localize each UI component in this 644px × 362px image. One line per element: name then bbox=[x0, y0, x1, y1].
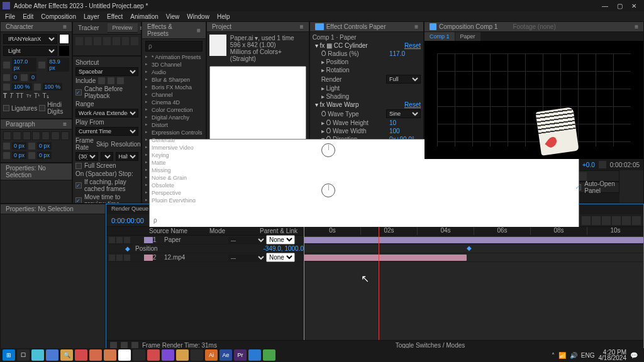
allcaps-button[interactable]: TT bbox=[16, 92, 23, 99]
exposure-value[interactable]: +0.0 bbox=[582, 162, 595, 168]
menu-layer[interactable]: Layer bbox=[84, 13, 99, 20]
stroke-swatch[interactable] bbox=[59, 46, 69, 56]
phase-dial[interactable] bbox=[321, 184, 335, 197]
project-tab[interactable]: Project bbox=[212, 23, 231, 30]
ww-reset[interactable]: Reset bbox=[404, 101, 421, 108]
wavewarp-fx[interactable]: Wave Warp bbox=[326, 101, 359, 108]
space-before-input[interactable]: 0 px bbox=[12, 151, 26, 159]
fx-category[interactable]: Blur & Sharpen bbox=[145, 76, 203, 84]
tray-chevron[interactable]: ˄ bbox=[552, 352, 555, 359]
indent-first-input[interactable]: 0 px bbox=[37, 142, 52, 150]
menu-animation[interactable]: Animation bbox=[130, 13, 158, 20]
kerning-input[interactable]: 0 bbox=[12, 74, 19, 81]
paragraph-tab[interactable]: Paragraph bbox=[6, 121, 35, 128]
ruler-tick[interactable]: 08s bbox=[530, 227, 587, 235]
minimize-button[interactable]: — bbox=[602, 3, 608, 9]
layer-color[interactable] bbox=[144, 237, 153, 243]
include-icon-3[interactable] bbox=[117, 77, 124, 84]
prev-frame-button[interactable] bbox=[85, 37, 92, 45]
fullscreen-checkbox[interactable] bbox=[75, 163, 82, 169]
ruler-tick[interactable]: 0s bbox=[304, 227, 360, 235]
rotation-label[interactable]: Rotation bbox=[326, 67, 349, 74]
ruler-tick[interactable]: 06s bbox=[474, 227, 530, 235]
font-family-select[interactable]: IRANYekanX bbox=[3, 34, 57, 44]
fx-category[interactable]: Distort bbox=[145, 121, 203, 129]
fx-category[interactable]: Plugin Everything bbox=[145, 197, 203, 202]
fx-category[interactable]: Keying bbox=[145, 151, 203, 159]
space-after-input[interactable]: 0 px bbox=[37, 151, 52, 159]
col-mode[interactable]: Mode bbox=[209, 228, 260, 234]
include-icon-1[interactable] bbox=[98, 77, 105, 84]
ruler-tick[interactable]: 04s bbox=[417, 227, 474, 235]
hindi-checkbox[interactable] bbox=[39, 105, 45, 111]
tray-notifications[interactable]: 💬 bbox=[630, 352, 638, 359]
ruler-tick[interactable]: 02s bbox=[360, 227, 417, 235]
comp-tab-comp1[interactable]: Comp 1 bbox=[425, 32, 455, 41]
tl-btn-2[interactable] bbox=[592, 216, 601, 225]
playfrom-select[interactable]: Current Time bbox=[75, 127, 138, 136]
include-icon-2[interactable] bbox=[108, 77, 114, 84]
fx-category[interactable]: Perspective bbox=[145, 189, 203, 197]
parent-select-2[interactable]: None bbox=[266, 253, 295, 262]
font-size-input[interactable]: 107.0 px bbox=[12, 58, 37, 72]
fx-category[interactable]: Cinema 4D bbox=[145, 99, 203, 106]
prop-value[interactable]: -349.0, 1000.0 bbox=[264, 245, 304, 252]
tl-btn-3[interactable] bbox=[602, 216, 611, 225]
fx-category[interactable]: Expression Controls bbox=[145, 129, 203, 136]
skip-select[interactable]: 0 bbox=[101, 152, 113, 161]
taskbar-app-9[interactable] bbox=[191, 349, 203, 361]
taskbar-app-3[interactable] bbox=[75, 349, 87, 361]
fx-category[interactable]: * Animation Presets bbox=[145, 53, 203, 61]
snapshot-button[interactable] bbox=[599, 161, 606, 168]
align-right-button[interactable] bbox=[23, 131, 31, 140]
tracker-tab[interactable]: Tracker bbox=[78, 25, 99, 31]
ruler-tick[interactable]: 10s bbox=[587, 227, 643, 235]
character-tab[interactable]: Character bbox=[6, 23, 33, 30]
puppet-tool[interactable] bbox=[579, 172, 587, 180]
layer-row-video[interactable]: 2 12.mp4 — None bbox=[106, 253, 304, 262]
next-frame-button[interactable] bbox=[103, 37, 111, 45]
light-label[interactable]: Light bbox=[326, 85, 340, 92]
clock-date[interactable]: 4/18/2024 bbox=[599, 355, 627, 361]
fx-category[interactable]: 3D Channel bbox=[145, 61, 203, 69]
effect-controls-tab[interactable]: Effect Controls Paper bbox=[326, 23, 386, 30]
fill-swatch[interactable] bbox=[59, 34, 69, 44]
taskbar-pr[interactable]: Pr bbox=[234, 349, 247, 361]
layer-name-2[interactable]: 12.mp4 bbox=[159, 254, 228, 261]
fx-category[interactable]: Immersive Video bbox=[145, 144, 203, 151]
layer-name[interactable]: Paper bbox=[159, 236, 228, 243]
properties-tab-2[interactable]: Properties: No Selection bbox=[6, 206, 74, 212]
eye-icon[interactable] bbox=[109, 237, 115, 243]
align-left-button[interactable] bbox=[3, 131, 11, 140]
italic-button[interactable]: T bbox=[9, 92, 13, 99]
fx-category[interactable]: Matte bbox=[145, 159, 203, 167]
blend-mode-select[interactable]: — bbox=[228, 237, 266, 244]
col-source[interactable]: Source Name bbox=[144, 228, 209, 234]
taskbar-search[interactable]: 🔍 bbox=[60, 349, 73, 361]
comp-tab-paper[interactable]: Paper bbox=[455, 32, 480, 41]
tracking-input[interactable]: 0 bbox=[30, 74, 36, 81]
tl-btn-1[interactable] bbox=[582, 216, 591, 225]
vscale-input[interactable]: 100 % bbox=[12, 83, 32, 90]
taskbar-ai[interactable]: Ai bbox=[205, 349, 218, 361]
cc-cylinder-fx[interactable]: CC Cylinder bbox=[334, 42, 368, 49]
shading-label[interactable]: Shading bbox=[326, 93, 349, 100]
ligatures-checkbox[interactable] bbox=[3, 105, 9, 111]
solo-icon[interactable] bbox=[116, 237, 123, 243]
fx-category[interactable]: Channel bbox=[145, 91, 203, 99]
cache-play-checkbox[interactable] bbox=[75, 182, 82, 189]
preview-tab[interactable]: Preview bbox=[108, 23, 138, 33]
bold-button[interactable]: T bbox=[3, 92, 7, 99]
range-select[interactable]: Work Area Extended By Current... bbox=[75, 109, 138, 118]
first-frame-button[interactable] bbox=[75, 37, 83, 45]
wavetype-select[interactable]: Sine bbox=[386, 109, 421, 118]
indent-left-input[interactable]: 0 px bbox=[12, 142, 26, 150]
composition-viewer[interactable] bbox=[425, 41, 643, 159]
cache-checkbox[interactable] bbox=[75, 89, 82, 96]
leading-input[interactable]: 83.9 px bbox=[47, 58, 69, 72]
taskbar-app-1[interactable] bbox=[31, 349, 44, 361]
justify-last-right-button[interactable] bbox=[51, 131, 59, 140]
footage-tab[interactable]: Footage (none) bbox=[513, 23, 555, 30]
taskbar-app-11[interactable] bbox=[263, 349, 275, 361]
framerate-select[interactable]: (30) bbox=[75, 152, 98, 161]
